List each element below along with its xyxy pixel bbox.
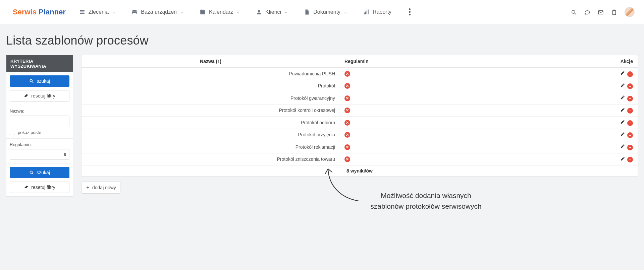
delete-icon[interactable]: − (627, 120, 633, 126)
row-actions: − (611, 104, 638, 117)
delete-icon[interactable]: − (627, 157, 633, 162)
table-row: Protokół odbioru✕− (82, 117, 638, 129)
svg-rect-14 (368, 10, 369, 14)
svg-line-23 (32, 173, 34, 175)
edit-icon[interactable] (620, 108, 625, 113)
edit-icon[interactable] (620, 144, 625, 150)
mail-icon[interactable] (598, 8, 604, 16)
svg-rect-11 (364, 13, 365, 14)
chevron-down-icon: ⌄ (284, 10, 288, 14)
show-empty-checkbox-row[interactable]: pokaż puste (10, 130, 69, 135)
svg-rect-7 (200, 10, 205, 12)
reset-filters-button[interactable]: resetuj filtry (10, 90, 69, 102)
chevron-down-icon: ⌄ (180, 10, 183, 14)
delete-icon[interactable]: − (627, 96, 633, 102)
nav-label: Raporty (373, 9, 391, 15)
nav-baza-urzadzen[interactable]: Baza urządzeń ⌄ (131, 8, 183, 15)
more-menu-icon[interactable] (408, 7, 412, 17)
search-button[interactable]: szukaj (10, 75, 69, 87)
row-name: Protokół gwarancyjny (82, 92, 340, 105)
search-button-bottom[interactable]: szukaj (10, 167, 69, 178)
delete-icon[interactable]: − (627, 83, 633, 89)
content-columns: KRYTERIA WYSZUKIWANIA szukaj resetuj fil… (6, 55, 638, 197)
x-circle-icon: ✕ (344, 120, 350, 126)
row-actions: − (611, 80, 638, 92)
main-nav: Zlecenia ⌄ Baza urządzeń ⌄ Kalendarz ⌄ K… (79, 7, 571, 17)
filter-name-block: Nazwa: pokaż puste (6, 105, 73, 139)
document-icon (304, 8, 310, 15)
table-row: Protokół zniszczenia towaru✕− (82, 153, 638, 165)
table-row: Protokół przyjęcia✕− (82, 129, 638, 141)
nav-zlecenia[interactable]: Zlecenia ⌄ (79, 8, 115, 15)
svg-rect-8 (201, 10, 202, 11)
chevron-down-icon: ⌄ (344, 10, 347, 14)
filter-regulation-block: Regulamin: ⇅ (6, 139, 73, 163)
row-regulation: ✕ (340, 92, 611, 105)
row-regulation: ✕ (340, 141, 611, 153)
edit-icon[interactable] (620, 95, 625, 101)
summary-text: 8 wyniki/ów (82, 165, 638, 177)
svg-point-20 (30, 79, 32, 82)
sidebar-actions-top: szukaj resetuj filtry (6, 72, 73, 105)
col-regulation-header[interactable]: Regulamin (340, 55, 611, 68)
row-regulation: ✕ (340, 153, 611, 165)
svg-rect-3 (132, 10, 137, 12)
nav-kalendarz[interactable]: Kalendarz ⌄ (200, 8, 240, 15)
delete-icon[interactable]: − (627, 108, 633, 114)
row-name: Protokół (82, 80, 340, 92)
edit-icon[interactable] (620, 120, 625, 125)
table-row: Powiadomienia PUSH✕− (82, 68, 638, 80)
regulation-select[interactable] (10, 149, 69, 160)
svg-line-21 (32, 82, 34, 83)
svg-rect-12 (365, 12, 366, 14)
summary-row: 8 wyniki/ów (82, 165, 638, 177)
row-actions: − (611, 117, 638, 129)
nav-klienci[interactable]: Klienci ⌄ (256, 8, 288, 15)
row-actions: − (611, 153, 638, 165)
edit-icon[interactable] (620, 71, 625, 76)
search-icon (29, 79, 34, 83)
name-field-label: Nazwa: (10, 109, 69, 114)
table-row: Protokół✕− (82, 80, 638, 92)
chat-icon[interactable] (584, 8, 590, 16)
calendar-icon (200, 8, 206, 15)
edit-icon[interactable] (620, 83, 625, 89)
search-icon[interactable] (571, 8, 577, 16)
page: Lista szablonów procesów KRYTERIA WYSZUK… (0, 24, 644, 210)
reset-filters-button-bottom[interactable]: resetuj filtry (10, 182, 69, 193)
sidebar-header: KRYTERIA WYSZUKIWANIA (6, 55, 73, 72)
add-new-button[interactable]: ＋ dodaj nowy (81, 182, 120, 194)
delete-icon[interactable]: − (627, 71, 633, 77)
svg-rect-2 (80, 13, 85, 14)
chevron-down-icon: ⌄ (112, 10, 115, 14)
svg-rect-5 (133, 13, 136, 14)
name-input[interactable] (10, 116, 69, 126)
delete-icon[interactable]: − (627, 132, 633, 138)
col-name-header[interactable]: Nazwa (↑) (82, 55, 340, 68)
topbar: Serwis Planner Zlecenia ⌄ Baza urządzeń … (0, 0, 644, 24)
row-regulation: ✕ (340, 117, 611, 129)
nav-right (571, 7, 635, 17)
nav-raporty[interactable]: Raporty (363, 8, 391, 15)
main-content: Nazwa (↑) Regulamin Akcje Powiadomienia … (81, 55, 638, 194)
logo-part1: Serwis (13, 8, 37, 16)
delete-icon[interactable]: − (627, 145, 633, 150)
edit-icon[interactable] (620, 132, 625, 138)
nav-dokumenty[interactable]: Dokumenty ⌄ (304, 8, 347, 15)
printer-icon (131, 8, 138, 15)
row-regulation: ✕ (340, 80, 611, 92)
edit-icon[interactable] (620, 156, 625, 162)
svg-point-22 (30, 171, 32, 173)
svg-point-10 (258, 10, 260, 12)
x-circle-icon: ✕ (344, 156, 350, 162)
list-icon (79, 8, 85, 15)
filter-sidebar: KRYTERIA WYSZUKIWANIA szukaj resetuj fil… (6, 55, 73, 197)
avatar[interactable] (625, 7, 635, 17)
search-button-label: szukaj (37, 78, 50, 84)
row-name: Protokół przyjęcia (82, 129, 340, 141)
row-name: Protokół zniszczenia towaru (82, 153, 340, 165)
regulation-field-label: Regulamin: (10, 142, 69, 147)
clipboard-icon[interactable] (611, 8, 617, 16)
row-name: Protokół odbioru (82, 117, 340, 129)
checkbox-icon (10, 130, 15, 135)
